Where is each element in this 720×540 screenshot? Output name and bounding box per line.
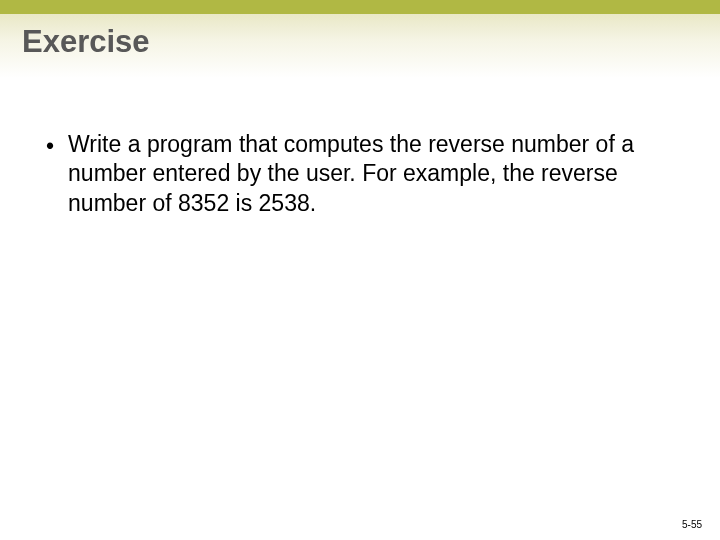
header: Exercise (0, 14, 720, 78)
content-area: • Write a program that computes the reve… (0, 78, 720, 218)
bullet-glyph: • (46, 132, 54, 162)
page-number: 5-55 (682, 519, 702, 530)
accent-bar (0, 0, 720, 14)
body-text: Write a program that computes the revers… (68, 130, 660, 218)
bullet-item: • Write a program that computes the reve… (46, 130, 660, 218)
slide-title: Exercise (22, 24, 720, 60)
